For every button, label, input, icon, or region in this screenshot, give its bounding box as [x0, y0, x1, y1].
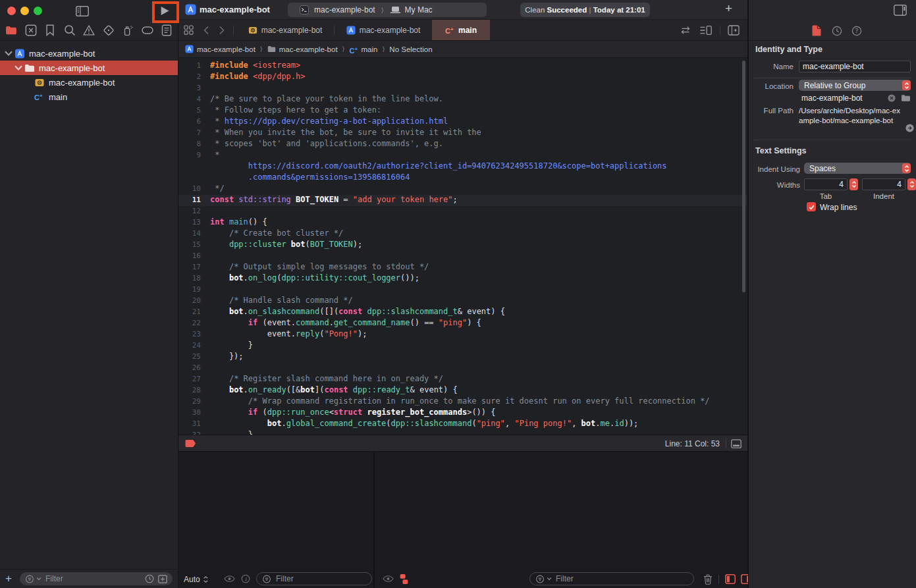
line-column-indicator[interactable]: Line: 11 Col: 53 [665, 439, 720, 448]
forward-icon[interactable] [219, 26, 225, 35]
tree-item-mac-example-bot[interactable]: mac-example-bot [0, 75, 178, 90]
breakpoint-navigator-icon[interactable] [142, 24, 153, 36]
code-line[interactable]: 8 * scopes 'bot' and 'applications.comma… [178, 139, 747, 150]
open-in-finder-icon[interactable] [905, 124, 914, 132]
zoom-window-button[interactable] [34, 7, 42, 15]
breadcrumb-item[interactable]: No Selection [389, 45, 432, 53]
add-file-button[interactable]: + [5, 572, 17, 585]
code-line[interactable]: 14 /* Create bot cluster */ [178, 228, 747, 240]
variables-filter-field[interactable]: Filter [256, 572, 372, 585]
variables-scope-popup[interactable]: Auto [184, 575, 209, 584]
code-line[interactable]: 12 [178, 206, 747, 217]
test-navigator-icon[interactable] [103, 24, 115, 36]
disclosure-chevron-icon[interactable] [24, 93, 33, 101]
recent-files-icon[interactable] [145, 574, 154, 583]
toggle-navigator-icon[interactable] [76, 6, 89, 16]
minimize-window-button[interactable] [20, 7, 29, 15]
quick-help-inspector-icon[interactable]: ? [851, 26, 862, 36]
console-filter-field[interactable]: Filter [529, 572, 694, 585]
editor-scrollbar[interactable] [742, 61, 745, 292]
disclosure-chevron-icon[interactable] [24, 78, 33, 86]
tab-width-stepper[interactable] [849, 178, 858, 190]
clear-location-icon[interactable] [888, 94, 896, 102]
code-line[interactable]: .commands&permissions=139586816064 [178, 173, 747, 184]
code-line[interactable]: 26 [178, 363, 747, 374]
history-inspector-icon[interactable] [832, 26, 842, 36]
code-line[interactable]: 15 dpp::cluster bot(BOT_TOKEN); [178, 240, 747, 251]
variable-info-icon[interactable]: i [241, 574, 250, 583]
tree-item-mac-example-bot[interactable]: mac-example-bot [0, 61, 178, 75]
add-editor-icon[interactable] [728, 25, 740, 36]
code-line[interactable]: 13int main() { [178, 217, 747, 228]
quicklook-icon[interactable] [224, 575, 235, 583]
code-line[interactable]: 3 [178, 83, 747, 94]
code-line[interactable]: 5 * Follow steps here to get a token: [178, 105, 747, 117]
code-line[interactable]: 2#include <dpp/dpp.h> [178, 72, 747, 83]
code-line[interactable]: 24 } [178, 340, 747, 352]
tab-overview-icon[interactable] [184, 25, 194, 35]
breakpoint-icon[interactable] [185, 439, 196, 448]
debug-pane-divider[interactable] [373, 452, 375, 588]
activity-status[interactable]: Clean Succeeded | Today at 21:01 [520, 3, 650, 17]
tab-width-field[interactable] [804, 178, 848, 190]
library-add-button[interactable]: + [725, 1, 732, 16]
code-line[interactable]: https://discord.com/oauth2/authorize?cli… [178, 161, 747, 173]
editor-tab-mac-example-bot[interactable]: mac-example-bot [335, 20, 432, 40]
location-popup-stepper[interactable] [902, 80, 911, 90]
indent-popup-stepper[interactable] [902, 163, 911, 173]
breadcrumb-item[interactable]: mac-example-bot [279, 45, 338, 53]
code-line[interactable]: 31 bot.global_command_create(dpp::slashc… [178, 419, 747, 430]
source-editor[interactable]: 1#include <iostream>2#include <dpp/dpp.h… [178, 58, 747, 435]
tree-item-mac-example-bot[interactable]: mac-example-bot [0, 46, 178, 61]
code-line[interactable]: 25 }); [178, 352, 747, 363]
issue-navigator-icon[interactable] [83, 24, 95, 36]
location-popup[interactable]: Relative to Group [799, 80, 911, 91]
code-line[interactable]: 21 bot.on_slashcommand([](const dpp::sla… [178, 307, 747, 318]
code-line[interactable]: 29 /* Wrap command registration in run_o… [178, 396, 747, 408]
indent-width-field[interactable] [862, 178, 905, 190]
code-line[interactable]: 32 } [178, 430, 747, 435]
name-field[interactable] [799, 61, 911, 72]
find-navigator-icon[interactable] [64, 24, 76, 36]
editor-tab-mac-example-bot[interactable]: mac-example-bot [236, 20, 334, 40]
report-navigator-icon[interactable] [161, 24, 173, 36]
code-line[interactable]: 1#include <iostream> [178, 61, 747, 72]
code-line[interactable]: 28 bot.on_ready([&bot](const dpp::ready_… [178, 385, 747, 396]
choose-location-icon[interactable] [901, 94, 911, 102]
source-control-status-icon[interactable] [158, 575, 167, 583]
code-line[interactable]: 16 [178, 251, 747, 262]
code-line[interactable]: 7 * When you invite the bot, be sure to … [178, 128, 747, 139]
navigator-filter-field[interactable]: Filter [20, 572, 173, 585]
code-line[interactable]: 30 if (dpp::run_once<struct register_bot… [178, 408, 747, 419]
code-line[interactable]: 10 */ [178, 184, 747, 195]
scheme-selector[interactable]: mac-example-bot ⟩ My Mac [288, 3, 487, 17]
toggle-variables-view-icon[interactable] [725, 574, 736, 584]
indent-width-stepper[interactable] [907, 178, 916, 190]
jump-bar[interactable]: mac-example-bot⟩mac-example-bot⟩C+main⟩N… [178, 41, 747, 58]
disclosure-chevron-icon[interactable] [14, 64, 23, 72]
disclosure-chevron-icon[interactable] [4, 49, 13, 57]
code-line[interactable]: 27 /* Register slash command here in on_… [178, 374, 747, 385]
breadcrumb-item[interactable]: mac-example-bot [197, 45, 256, 53]
tree-item-main[interactable]: C+main [0, 90, 178, 104]
close-window-button[interactable] [7, 7, 16, 15]
code-line[interactable]: 18 bot.on_log(dpp::utility::cout_logger(… [178, 273, 747, 284]
source-control-navigator-icon[interactable] [25, 24, 37, 36]
toggle-inspector-icon[interactable] [894, 5, 907, 16]
code-line[interactable]: 20 /* Handle slash command */ [178, 296, 747, 307]
editor-tab-main[interactable]: C+main [432, 20, 490, 40]
code-line[interactable]: 4/* Be sure to place your token in the l… [178, 94, 747, 105]
breadcrumb-item[interactable]: main [362, 45, 378, 53]
debugger-output-icon[interactable] [400, 574, 408, 585]
clear-console-icon[interactable] [703, 574, 713, 585]
back-icon[interactable] [203, 26, 209, 35]
console-quicklook-icon[interactable] [383, 575, 394, 583]
wrap-lines-checkbox[interactable] [807, 202, 816, 211]
debug-navigator-icon[interactable] [122, 24, 134, 36]
file-inspector-icon[interactable] [812, 25, 821, 36]
code-line[interactable]: 9 * [178, 150, 747, 161]
code-line[interactable]: 17 /* Output simple log messages to stdo… [178, 262, 747, 273]
project-navigator-icon[interactable] [5, 24, 17, 36]
adjust-editor-icon[interactable] [731, 439, 741, 448]
code-line[interactable]: 6 * https://dpp.dev/creating-a-bot-appli… [178, 117, 747, 128]
